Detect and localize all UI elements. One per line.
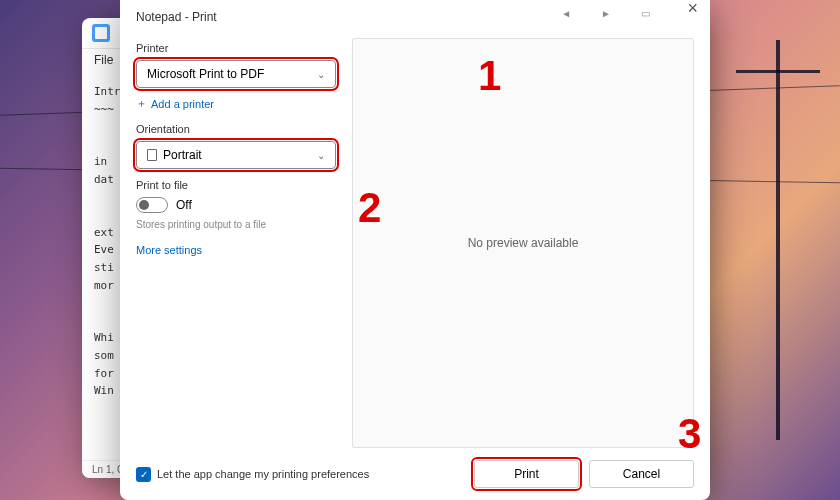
printer-label: Printer [136,42,336,54]
print-options-panel: Printer Microsoft Print to PDF ⌄ ＋ Add a… [136,38,336,448]
nav-pages-icon[interactable]: ▭ [641,8,650,19]
print-to-file-hint: Stores printing output to a file [136,219,336,230]
print-button[interactable]: Print [474,460,579,488]
cancel-button[interactable]: Cancel [589,460,694,488]
orientation-value: Portrait [163,148,202,162]
toggle-state-text: Off [176,198,192,212]
printer-select[interactable]: Microsoft Print to PDF ⌄ [136,60,336,88]
print-dialog: Notepad - Print ◄ ► ▭ × Printer Microsof… [120,0,710,500]
page-portrait-icon [147,149,157,161]
chevron-down-icon: ⌄ [317,69,325,80]
preview-empty-text: No preview available [468,236,579,250]
nav-prev-icon[interactable]: ◄ [561,8,571,19]
print-to-file-toggle[interactable] [136,197,168,213]
chevron-down-icon: ⌄ [317,150,325,161]
print-to-file-label: Print to file [136,179,336,191]
more-settings-link[interactable]: More settings [136,242,336,258]
preferences-checkbox[interactable]: ✓ [136,467,151,482]
orientation-select[interactable]: Portrait ⌄ [136,141,336,169]
printer-value: Microsoft Print to PDF [147,67,264,81]
add-printer-link[interactable]: ＋ Add a printer [136,94,336,113]
dialog-title: Notepad - Print [136,10,217,24]
preferences-label: Let the app change my printing preferenc… [157,468,369,480]
orientation-label: Orientation [136,123,336,135]
notepad-app-icon [92,24,110,42]
plus-icon: ＋ [136,96,147,111]
nav-next-icon[interactable]: ► [601,8,611,19]
print-preview-area: No preview available [352,38,694,448]
close-icon[interactable]: × [687,0,698,19]
